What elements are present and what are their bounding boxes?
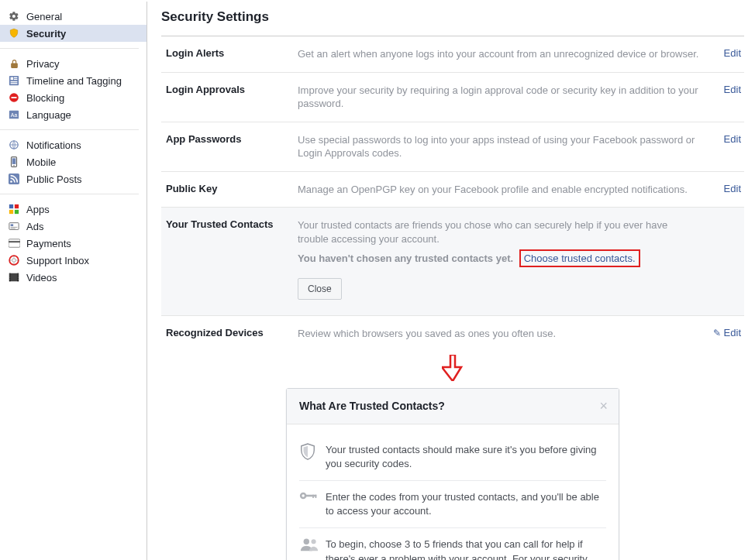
- sidebar-item-ads[interactable]: Ads: [0, 218, 147, 235]
- edit-link[interactable]: Edit: [724, 84, 741, 95]
- ads-icon: [8, 220, 20, 232]
- svg-rect-2: [14, 77, 17, 78]
- svg-rect-24: [9, 239, 20, 248]
- svg-point-44: [304, 539, 309, 545]
- close-button[interactable]: Close: [298, 278, 342, 300]
- gear-icon: [8, 10, 20, 22]
- sidebar-item-general[interactable]: General: [0, 8, 147, 25]
- sidebar-item-blocking[interactable]: Blocking: [0, 89, 147, 106]
- svg-rect-35: [18, 274, 19, 275]
- sidebar-item-videos[interactable]: Videos: [0, 269, 147, 286]
- blocking-icon: [8, 91, 20, 104]
- sidebar-item-apps[interactable]: Apps: [0, 201, 147, 218]
- svg-text:Aa: Aa: [11, 112, 18, 118]
- pencil-icon: ✎: [713, 328, 721, 338]
- row-desc: Get an alert when anyone logs into your …: [298, 47, 710, 61]
- svg-rect-5: [11, 83, 18, 84]
- svg-rect-43: [315, 495, 317, 498]
- sidebar-item-support[interactable]: Support Inbox: [0, 252, 147, 269]
- row-label: Recognized Devices: [166, 327, 298, 341]
- row-label: App Passwords: [166, 133, 298, 160]
- row-app-passwords: App Passwords Use special passwords to l…: [161, 122, 744, 172]
- svg-point-27: [12, 259, 16, 263]
- timeline-icon: [8, 74, 20, 87]
- main-content: Security Settings Login Alerts Get an al…: [161, 0, 755, 560]
- dialog-line: Your trusted contacts should make sure i…: [326, 443, 606, 471]
- sidebar-item-label: Notifications: [26, 139, 81, 151]
- svg-rect-18: [9, 210, 13, 214]
- card-icon: [8, 237, 20, 249]
- svg-rect-31: [9, 274, 10, 275]
- people-icon: [299, 538, 326, 560]
- sidebar-item-public-posts[interactable]: Public Posts: [0, 170, 147, 187]
- svg-rect-28: [9, 273, 19, 282]
- choose-trusted-link[interactable]: Choose trusted contacts.: [519, 249, 640, 267]
- sidebar-item-label: Videos: [26, 272, 57, 283]
- sidebar-item-privacy[interactable]: Privacy: [0, 55, 147, 72]
- row-desc: Manage an OpenPGP key on your Facebook p…: [298, 183, 710, 197]
- sidebar-item-label: Timeline and Tagging: [26, 75, 122, 87]
- edit-link[interactable]: Edit: [724, 183, 741, 194]
- sidebar-item-mobile[interactable]: Mobile: [0, 153, 147, 170]
- sidebar-item-security[interactable]: Security: [0, 25, 147, 42]
- edit-link[interactable]: Edit: [724, 133, 741, 145]
- shield-outline-icon: [299, 443, 326, 471]
- svg-rect-16: [9, 204, 13, 208]
- svg-rect-3: [14, 79, 17, 80]
- svg-rect-22: [11, 227, 18, 228]
- sidebar-item-payments[interactable]: Payments: [0, 235, 147, 252]
- sidebar-item-label: Ads: [26, 221, 43, 232]
- row-label: Public Key: [166, 183, 298, 197]
- svg-rect-25: [9, 241, 20, 242]
- close-icon[interactable]: ×: [599, 398, 608, 414]
- film-icon: [8, 271, 20, 283]
- svg-rect-23: [11, 228, 16, 229]
- trusted-desc: Your trusted contacts are friends you ch…: [298, 219, 667, 245]
- sidebar-item-notifications[interactable]: Notifications: [0, 136, 147, 153]
- row-desc: Use special passwords to log into your a…: [298, 133, 710, 160]
- svg-rect-33: [9, 277, 10, 278]
- row-recognized-devices: Recognized Devices Review which browsers…: [161, 316, 744, 352]
- rss-icon: [8, 173, 20, 185]
- svg-rect-36: [18, 276, 19, 277]
- row-public-key: Public Key Manage an OpenPGP key on your…: [161, 172, 744, 208]
- lock-icon: [8, 57, 20, 70]
- row-desc: Your trusted contacts are friends you ch…: [298, 218, 710, 300]
- sidebar-item-label: Public Posts: [26, 173, 82, 185]
- svg-rect-34: [9, 279, 10, 280]
- sidebar-item-label: Support Inbox: [26, 255, 89, 266]
- svg-point-13: [13, 165, 15, 167]
- sidebar-item-label: General: [26, 11, 62, 22]
- sidebar-item-label: Language: [26, 109, 71, 121]
- sidebar-item-label: Privacy: [26, 58, 60, 70]
- row-desc: Review which browsers you saved as ones …: [298, 327, 710, 341]
- svg-rect-41: [306, 495, 317, 497]
- svg-rect-14: [9, 173, 19, 184]
- dialog-title: What Are Trusted Contacts?: [299, 400, 599, 412]
- sidebar-item-language[interactable]: Aa Language: [0, 106, 147, 123]
- svg-rect-1: [11, 77, 14, 81]
- svg-point-40: [302, 494, 304, 496]
- dialog-line: To begin, choose 3 to 5 friends that you…: [326, 538, 606, 560]
- row-label: Login Approvals: [166, 84, 298, 111]
- row-label: Your Trusted Contacts: [166, 218, 298, 300]
- annotation-arrow: [161, 355, 744, 383]
- svg-rect-32: [9, 276, 10, 277]
- row-login-approvals: Login Approvals Improve your security by…: [161, 73, 744, 122]
- trusted-not-chosen: You haven't chosen any trusted contacts …: [298, 253, 513, 264]
- row-trusted-contacts: Your Trusted Contacts Your trusted conta…: [161, 208, 744, 316]
- sidebar-item-label: Security: [26, 28, 66, 40]
- globe-icon: [8, 139, 20, 151]
- edit-link[interactable]: Edit: [724, 47, 741, 59]
- settings-sidebar: General Security Privacy Timelin: [0, 2, 147, 560]
- mobile-icon: [8, 156, 20, 168]
- svg-rect-4: [11, 81, 18, 82]
- sidebar-item-timeline[interactable]: Timeline and Tagging: [0, 72, 147, 89]
- svg-rect-17: [15, 204, 19, 208]
- lifebuoy-icon: [8, 254, 20, 266]
- svg-rect-12: [12, 158, 16, 164]
- svg-point-15: [10, 180, 12, 183]
- edit-link[interactable]: Edit: [724, 327, 741, 338]
- dialog-line: Enter the codes from your trusted contac…: [326, 490, 606, 518]
- row-login-alerts: Login Alerts Get an alert when anyone lo…: [161, 36, 744, 73]
